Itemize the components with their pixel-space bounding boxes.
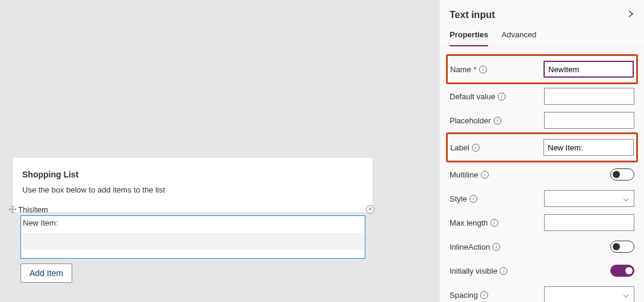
tab-properties[interactable]: Properties — [450, 24, 488, 46]
info-icon[interactable]: i — [491, 219, 498, 227]
move-icon[interactable] — [8, 205, 17, 214]
card-subtitle: Use the box below to add items to the li… — [22, 185, 363, 194]
initially-visible-toggle[interactable] — [610, 265, 634, 277]
selection-header[interactable]: ThisItem ✕ — [8, 204, 374, 215]
canvas-area: Shopping List Use the box below to add i… — [0, 0, 439, 302]
field-label: New Item: — [23, 218, 58, 227]
prop-label-label: Label — [450, 143, 469, 152]
card-title: Shopping List — [22, 170, 363, 179]
info-icon[interactable]: i — [494, 117, 501, 125]
properties-panel: Text input Properties Advanced Name * i … — [439, 0, 644, 302]
info-icon[interactable]: i — [480, 291, 488, 299]
prop-label-multiline: Multiline — [450, 170, 478, 179]
text-input-control[interactable]: New Item: — [20, 215, 365, 259]
prop-label-name: Name — [450, 65, 471, 74]
default-value-input[interactable] — [544, 88, 634, 105]
spacing-select[interactable] — [544, 286, 634, 302]
placeholder-input[interactable] — [544, 112, 634, 129]
info-icon[interactable]: i — [472, 144, 480, 152]
highlight-name-row: Name * i — [446, 54, 638, 84]
max-length-input[interactable] — [544, 214, 634, 231]
info-icon[interactable]: i — [492, 243, 500, 251]
new-item-input[interactable] — [23, 233, 364, 250]
highlight-label-row: Label i — [446, 132, 638, 162]
name-input[interactable] — [543, 61, 634, 78]
properties-list: Name * i Default value i Placeholder i — [440, 51, 644, 302]
info-icon[interactable]: i — [479, 66, 487, 73]
label-input[interactable] — [543, 139, 634, 156]
selection-label: ThisItem — [18, 205, 366, 214]
close-icon[interactable]: ✕ — [366, 205, 374, 214]
required-asterisk: * — [474, 65, 477, 74]
prop-label-default-value: Default value — [450, 92, 495, 101]
chevron-down-icon — [623, 290, 629, 300]
multiline-toggle[interactable] — [610, 168, 634, 180]
info-icon[interactable]: i — [500, 267, 507, 275]
panel-tabs: Properties Advanced — [440, 24, 644, 47]
prop-label-inline-action: InlineAction — [450, 242, 490, 251]
add-item-button[interactable]: Add Item — [20, 263, 72, 283]
inline-action-toggle[interactable] — [610, 241, 634, 253]
style-select[interactable] — [544, 190, 634, 207]
prop-label-max-length: Max length — [450, 218, 488, 227]
info-icon[interactable]: i — [481, 171, 489, 179]
info-icon[interactable]: i — [469, 195, 477, 203]
prop-label-spacing: Spacing — [450, 291, 478, 300]
prop-label-style: Style — [450, 194, 467, 203]
panel-title: Text input — [450, 10, 627, 20]
chevron-down-icon — [623, 194, 629, 203]
prop-label-placeholder: Placeholder — [450, 116, 491, 125]
tab-advanced[interactable]: Advanced — [501, 24, 536, 46]
prop-label-initially-visible: Initially visible — [450, 267, 497, 276]
info-icon[interactable]: i — [498, 93, 506, 100]
chevron-right-icon[interactable] — [627, 10, 634, 20]
